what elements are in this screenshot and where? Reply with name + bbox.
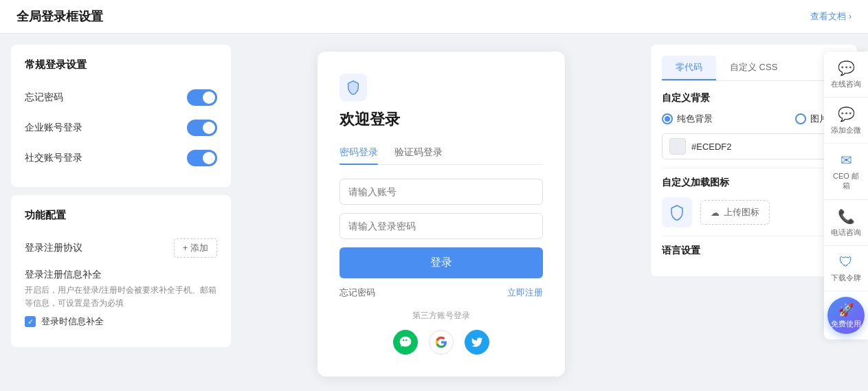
float-item-download-token[interactable]: 🛡 下载令牌 [824,246,868,291]
upload-icon: ☁ [711,208,720,218]
add-wechat-label: 添加企微 [831,125,861,135]
login-tabs: 密码登录 验证码登录 [340,141,543,165]
login-links: 忘记密码 立即注册 [340,287,543,299]
bg-section-title: 自定义背景 [662,92,846,104]
download-token-icon: 🛡 [839,254,853,270]
icon-section: 自定义加载图标 ☁ 上传图标 [662,177,846,227]
agreement-label: 登录注册协议 [25,242,82,254]
social-login-toggle[interactable] [187,150,217,166]
wechat-icon[interactable] [393,330,418,355]
ceo-email-label: CEO 邮箱 [830,171,863,191]
supplement-checkbox-row[interactable]: 登录时信息补全 [25,315,217,328]
social-login-label: 社交账号登录 [25,152,82,164]
icon-placeholder [662,197,692,227]
download-token-label: 下载令牌 [831,273,861,282]
username-input[interactable] [340,179,543,205]
section-divider-2 [662,236,846,236]
color-swatch [669,138,686,155]
shield-icon [346,80,361,95]
solid-bg-label: 纯色背景 [677,113,713,125]
forgot-password-link[interactable]: 忘记密码 [340,287,375,299]
tab-no-code[interactable]: 零代码 [662,56,716,80]
float-item-phone-consult[interactable]: 📞 电话咨询 [824,200,868,246]
lang-section: 语言设置 [662,245,846,257]
float-item-add-wechat[interactable]: 💬 添加企微 [824,98,868,144]
right-tab-bar: 零代码 自定义 CSS [662,56,846,81]
setting-row-social: 社交账号登录 [25,143,217,173]
regular-settings-card: 常规登录设置 忘记密码 企业账号登录 社交账号登录 [11,45,231,187]
tab-custom-css[interactable]: 自定义 CSS [716,56,791,80]
upload-icon-area: ☁ 上传图标 [662,197,846,227]
password-input[interactable] [340,213,543,239]
login-title: 欢迎登录 [340,109,543,130]
supplement-row: 登录注册信息补全 开启后，用户在登录/注册时会被要求补全手机、邮箱等信息，可设置… [25,263,217,333]
ceo-email-icon: ✉ [841,152,852,168]
color-value: #ECEDF2 [691,142,825,152]
third-party-icons [340,330,543,355]
solid-bg-radio[interactable] [662,113,673,124]
float-item-online-consult[interactable]: 💬 在线咨询 [824,52,868,98]
supplement-label: 登录注册信息补全 [25,269,217,281]
enterprise-login-label: 企业账号登录 [25,122,82,134]
login-preview-card: 欢迎登录 密码登录 验证码登录 登录 忘记密码 立即注册 第三方账号登录 [318,52,565,377]
float-item-ceo-email[interactable]: ✉ CEO 邮箱 [824,144,868,200]
left-panel: 常规登录设置 忘记密码 企业账号登录 社交账号登录 [11,45,231,380]
tab-password-login[interactable]: 密码登录 [340,141,378,164]
phone-consult-icon: 📞 [838,208,855,225]
tab-code-login[interactable]: 验证码登录 [394,141,443,164]
phone-consult-label: 电话咨询 [831,227,861,237]
func-config-title: 功能配置 [25,209,217,222]
supplement-checkbox[interactable] [25,316,36,327]
lang-section-title: 语言设置 [662,245,846,257]
upload-icon-btn[interactable]: ☁ 上传图标 [700,200,770,225]
bg-section: 自定义背景 纯色背景 图片背景 #ECEDF2 [662,92,846,159]
add-agreement-btn[interactable]: + 添加 [174,238,217,258]
add-wechat-icon: 💬 [838,106,855,122]
free-use-label: 免费使用 [831,319,861,329]
free-use-icon: 🚀 [838,302,854,317]
color-picker-row[interactable]: #ECEDF2 ▼ [662,133,846,159]
login-logo [340,74,367,101]
icon-section-title: 自定义加载图标 [662,177,846,189]
online-consult-label: 在线咨询 [831,79,861,89]
page-title: 全局登录框设置 [16,8,103,25]
image-bg-radio[interactable] [795,113,806,124]
login-button[interactable]: 登录 [340,247,543,278]
online-consult-icon: 💬 [838,60,855,76]
agreement-row: 登录注册协议 + 添加 [25,233,217,263]
google-icon[interactable] [429,330,454,355]
register-link[interactable]: 立即注册 [507,287,543,299]
func-config-card: 功能配置 登录注册协议 + 添加 登录注册信息补全 开启后，用户在登录/注册时会… [11,195,231,347]
float-sidebar: 💬 在线咨询 💬 添加企微 ✉ CEO 邮箱 📞 电话咨询 🛡 下载令牌 🚀 免… [824,52,868,340]
setting-row-forgot: 忘记密码 [25,82,217,113]
supplement-checkbox-label: 登录时信息补全 [41,315,104,328]
forgot-password-toggle[interactable] [187,89,217,106]
section-divider-1 [662,168,846,168]
twitter-icon[interactable] [465,330,489,355]
upload-label: 上传图标 [724,206,759,219]
setting-row-enterprise: 企业账号登录 [25,113,217,143]
solid-bg-option[interactable]: 纯色背景 [662,113,713,125]
bg-options: 纯色背景 图片背景 [662,113,846,125]
free-use-btn[interactable]: 🚀 免费使用 [827,297,865,334]
regular-settings-title: 常规登录设置 [25,58,217,71]
shield-placeholder-icon [669,204,685,221]
center-panel: 欢迎登录 密码登录 验证码登录 登录 忘记密码 立即注册 第三方账号登录 [242,45,640,380]
third-party-label: 第三方账号登录 [340,310,543,322]
enterprise-login-toggle[interactable] [187,120,217,136]
doc-link[interactable]: 查看文档 › [810,10,852,23]
supplement-desc: 开启后，用户在登录/注册时会被要求补全手机、邮箱等信息，可设置是否为必填 [25,284,217,310]
forgot-password-label: 忘记密码 [25,91,63,104]
